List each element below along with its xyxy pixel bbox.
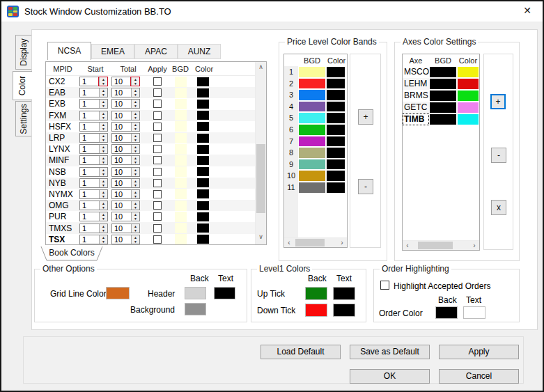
bgd-swatch[interactable] [175,110,187,120]
spinner-arrows[interactable]: ▲▼ [131,77,139,86]
apply-checkbox[interactable] [153,235,162,244]
spinner-down-icon[interactable]: ▼ [134,205,137,210]
axe-bgd-swatch[interactable] [429,113,457,125]
total-spinner[interactable]: 10▲▼ [111,189,140,199]
highlight-accepted-orders-checkbox[interactable] [380,281,389,290]
color-swatch[interactable] [197,224,209,233]
spinner-arrows[interactable]: ▲▼ [131,168,139,176]
spinner-down-icon[interactable]: ▼ [102,116,105,120]
scroll-left-icon[interactable]: ‹ [403,241,412,250]
spinner-arrows[interactable]: ▲▼ [131,201,139,210]
apply-checkbox[interactable] [153,156,162,164]
start-spinner[interactable]: 1▲▼ [79,167,108,177]
spinner-down-icon[interactable]: ▼ [134,240,137,244]
spinner-arrows[interactable]: ▲▼ [99,179,107,187]
bgd-swatch[interactable] [175,133,187,143]
band-bgd-swatch[interactable] [298,170,326,182]
down-tick-text-swatch[interactable] [333,304,355,317]
spinner-down-icon[interactable]: ▼ [134,138,137,142]
color-swatch[interactable] [197,212,209,221]
spinner-arrows[interactable]: ▲▼ [99,201,107,210]
axe-label[interactable]: LEHM [403,78,429,90]
bgd-swatch[interactable] [175,212,187,222]
tab-color[interactable]: Color [13,71,32,100]
band-color-swatch[interactable] [326,78,345,90]
bgd-swatch[interactable] [175,189,187,199]
bgd-swatch[interactable] [175,88,187,98]
scroll-right-icon[interactable]: › [469,241,479,250]
apply-checkbox[interactable] [153,111,162,120]
spinner-arrows[interactable]: ▲▼ [99,224,107,233]
tab-settings[interactable]: Settings [15,101,31,136]
bgd-swatch[interactable] [175,178,187,188]
band-bgd-swatch[interactable] [298,78,326,90]
spinner-down-icon[interactable]: ▼ [102,93,105,97]
load-default-button[interactable]: Load Default [261,345,341,359]
add-band-button[interactable]: + [358,109,373,125]
spinner-arrows[interactable]: ▲▼ [131,235,139,244]
total-spinner[interactable]: 10▲▼ [111,224,140,233]
background-color-swatch[interactable] [185,303,206,315]
start-spinner[interactable]: 1▲▼ [79,212,108,221]
spinner-down-icon[interactable]: ▼ [134,104,137,108]
axe-color-swatch[interactable] [457,78,479,90]
axe-color-swatch[interactable] [457,90,479,102]
spinner-arrows[interactable]: ▲▼ [131,100,139,108]
bgd-swatch[interactable] [175,121,187,132]
spinner-arrows[interactable]: ▲▼ [131,111,139,120]
color-swatch[interactable] [197,88,209,97]
band-color-swatch[interactable] [326,136,345,148]
spinner-down-icon[interactable]: ▼ [134,217,137,221]
spinner-down-icon[interactable]: ▼ [134,160,137,164]
tab-apac[interactable]: APAC [134,44,178,59]
color-swatch[interactable] [197,145,209,154]
axe-bgd-swatch[interactable] [429,78,457,90]
color-swatch[interactable] [197,111,209,120]
axe-label[interactable]: TIMB [403,113,429,125]
start-spinner[interactable]: 1▲▼ [79,88,108,97]
spinner-down-icon[interactable]: ▼ [102,160,105,164]
apply-checkbox[interactable] [153,179,162,187]
total-spinner[interactable]: 10▲▼ [111,111,140,120]
color-swatch[interactable] [197,156,209,165]
spinner-down-icon[interactable]: ▼ [102,149,105,153]
spinner-arrows[interactable]: ▲▼ [131,179,139,187]
add-axe-button[interactable]: + [490,94,506,109]
remove-axe-button[interactable]: - [491,148,506,163]
start-spinner[interactable]: 1▲▼ [79,224,108,233]
spinner-arrows[interactable]: ▲▼ [99,88,107,97]
apply-checkbox[interactable] [153,224,162,233]
total-spinner[interactable]: 10▲▼ [111,155,140,165]
start-spinner[interactable]: 1▲▼ [79,235,108,244]
spinner-arrows[interactable]: ▲▼ [99,145,107,153]
axe-bgd-swatch[interactable] [429,66,457,78]
band-color-swatch[interactable] [326,89,345,101]
bgd-swatch[interactable] [175,234,187,244]
up-tick-back-swatch[interactable] [305,287,327,300]
band-color-swatch[interactable] [326,147,345,159]
spinner-arrows[interactable]: ▲▼ [99,190,107,198]
start-spinner[interactable]: 1▲▼ [79,99,108,109]
spinner-down-icon[interactable]: ▼ [102,81,105,86]
apply-checkbox[interactable] [153,168,162,176]
total-spinner[interactable]: 10▲▼ [111,77,140,86]
bgd-swatch[interactable] [175,77,187,87]
apply-checkbox[interactable] [153,134,162,142]
apply-checkbox[interactable] [153,100,162,108]
start-spinner[interactable]: 1▲▼ [79,189,108,199]
scrollbar-thumb[interactable] [256,144,265,214]
spinner-down-icon[interactable]: ▼ [102,183,105,187]
save-as-default-button[interactable]: Save as Default [350,345,430,359]
bgd-swatch[interactable] [175,144,187,155]
spinner-down-icon[interactable]: ▼ [102,194,105,198]
close-icon[interactable]: ✕ [520,5,534,16]
spinner-down-icon[interactable]: ▼ [102,205,105,210]
start-spinner[interactable]: 1▲▼ [79,77,108,86]
start-spinner[interactable]: 1▲▼ [79,155,108,165]
header-back-swatch[interactable] [185,287,206,299]
band-color-swatch[interactable] [326,66,345,78]
axe-label[interactable]: MSCO [403,66,429,78]
axe-label[interactable]: GETC [403,102,429,113]
total-spinner[interactable]: 10▲▼ [111,178,140,188]
start-spinner[interactable]: 1▲▼ [79,178,108,188]
